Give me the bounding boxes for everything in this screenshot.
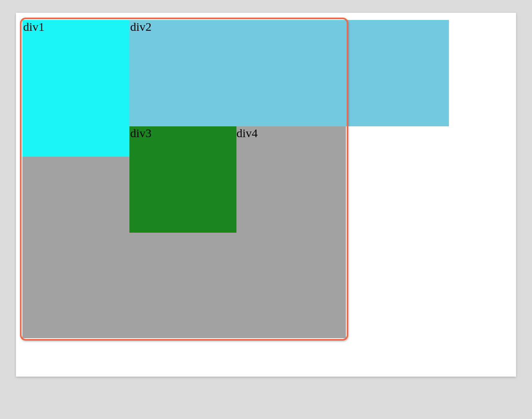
box-div1-label: div1 [23, 20, 44, 33]
canvas: div4 div2 div3 div1 [16, 13, 516, 377]
box-div2-label: div2 [130, 20, 151, 33]
box-div2: div2 [129, 20, 449, 126]
box-div3: div3 [129, 126, 236, 233]
box-div1: div1 [22, 20, 129, 157]
box-div3-label: div3 [130, 126, 151, 140]
box-div4-label: div4 [236, 126, 258, 140]
